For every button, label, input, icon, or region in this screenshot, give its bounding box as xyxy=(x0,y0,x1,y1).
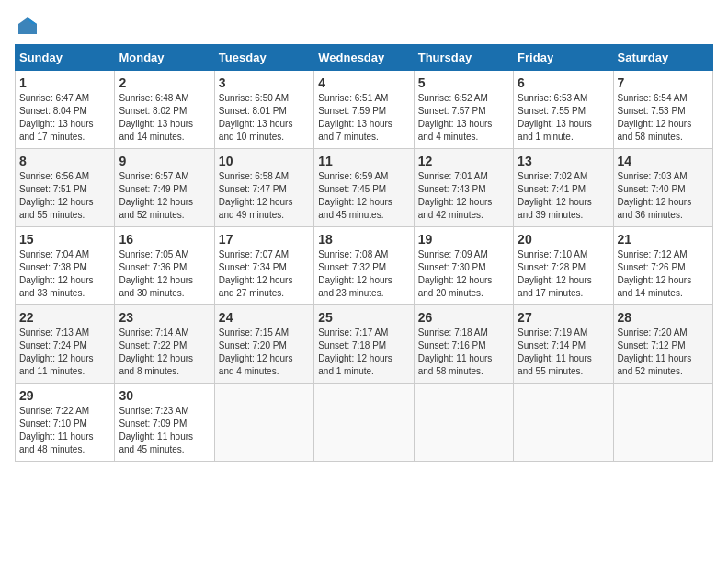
svg-marker-0 xyxy=(18,17,37,34)
day-info: Sunrise: 7:05 AMSunset: 7:36 PMDaylight:… xyxy=(119,248,210,300)
day-number: 7 xyxy=(618,75,709,90)
calendar-cell: 27Sunrise: 7:19 AMSunset: 7:14 PMDayligh… xyxy=(514,305,613,384)
day-number: 29 xyxy=(19,388,110,403)
day-info: Sunrise: 7:19 AMSunset: 7:14 PMDaylight:… xyxy=(518,327,609,378)
day-info: Sunrise: 6:47 AMSunset: 8:04 PMDaylight:… xyxy=(19,92,110,144)
day-info: Sunrise: 6:50 AMSunset: 8:01 PMDaylight:… xyxy=(219,92,310,144)
calendar-cell: 12Sunrise: 7:01 AMSunset: 7:43 PMDayligh… xyxy=(414,149,513,227)
day-number: 24 xyxy=(219,310,310,325)
day-info: Sunrise: 7:17 AMSunset: 7:18 PMDaylight:… xyxy=(318,327,409,378)
calendar-cell: 1Sunrise: 6:47 AMSunset: 8:04 PMDaylight… xyxy=(16,71,115,149)
day-number: 28 xyxy=(618,310,709,325)
day-info: Sunrise: 6:58 AMSunset: 7:47 PMDaylight:… xyxy=(219,170,310,222)
calendar-cell: 17Sunrise: 7:07 AMSunset: 7:34 PMDayligh… xyxy=(214,227,313,305)
header xyxy=(15,15,713,37)
day-info: Sunrise: 6:52 AMSunset: 7:57 PMDaylight:… xyxy=(418,92,509,144)
col-header-tuesday: Tuesday xyxy=(214,45,313,71)
day-number: 18 xyxy=(318,232,409,247)
day-number: 10 xyxy=(219,154,310,168)
calendar-cell: 26Sunrise: 7:18 AMSunset: 7:16 PMDayligh… xyxy=(414,305,513,384)
day-number: 21 xyxy=(618,232,709,247)
calendar-cell: 28Sunrise: 7:20 AMSunset: 7:12 PMDayligh… xyxy=(613,305,712,384)
day-number: 17 xyxy=(219,232,310,247)
day-info: Sunrise: 6:48 AMSunset: 8:02 PMDaylight:… xyxy=(119,92,210,144)
calendar-cell: 11Sunrise: 6:59 AMSunset: 7:45 PMDayligh… xyxy=(314,149,414,227)
day-info: Sunrise: 6:56 AMSunset: 7:51 PMDaylight:… xyxy=(19,170,110,222)
calendar-cell: 29Sunrise: 7:22 AMSunset: 7:10 PMDayligh… xyxy=(16,384,115,462)
day-number: 11 xyxy=(318,154,409,168)
day-number: 15 xyxy=(19,232,110,247)
col-header-sunday: Sunday xyxy=(16,45,115,71)
day-info: Sunrise: 7:23 AMSunset: 7:09 PMDaylight:… xyxy=(119,405,210,456)
day-number: 14 xyxy=(618,154,709,168)
day-info: Sunrise: 7:10 AMSunset: 7:28 PMDaylight:… xyxy=(518,248,609,300)
calendar-cell: 4Sunrise: 6:51 AMSunset: 7:59 PMDaylight… xyxy=(314,71,414,149)
calendar-table: SundayMondayTuesdayWednesdayThursdayFrid… xyxy=(15,44,713,462)
col-header-monday: Monday xyxy=(115,45,214,71)
day-info: Sunrise: 7:13 AMSunset: 7:24 PMDaylight:… xyxy=(19,327,110,378)
day-number: 25 xyxy=(318,310,409,325)
calendar-cell: 20Sunrise: 7:10 AMSunset: 7:28 PMDayligh… xyxy=(514,227,613,305)
day-info: Sunrise: 7:07 AMSunset: 7:34 PMDaylight:… xyxy=(219,248,310,300)
day-number: 3 xyxy=(219,75,310,90)
calendar-cell: 18Sunrise: 7:08 AMSunset: 7:32 PMDayligh… xyxy=(314,227,414,305)
col-header-saturday: Saturday xyxy=(613,45,712,71)
calendar-cell: 21Sunrise: 7:12 AMSunset: 7:26 PMDayligh… xyxy=(613,227,712,305)
day-info: Sunrise: 7:03 AMSunset: 7:40 PMDaylight:… xyxy=(618,170,709,222)
day-number: 13 xyxy=(518,154,609,168)
day-info: Sunrise: 7:20 AMSunset: 7:12 PMDaylight:… xyxy=(618,327,709,378)
day-info: Sunrise: 7:12 AMSunset: 7:26 PMDaylight:… xyxy=(618,248,709,300)
calendar-cell: 30Sunrise: 7:23 AMSunset: 7:09 PMDayligh… xyxy=(115,384,214,462)
calendar-cell: 8Sunrise: 6:56 AMSunset: 7:51 PMDaylight… xyxy=(16,149,115,227)
calendar-cell: 19Sunrise: 7:09 AMSunset: 7:30 PMDayligh… xyxy=(414,227,513,305)
day-info: Sunrise: 7:02 AMSunset: 7:41 PMDaylight:… xyxy=(518,170,609,222)
day-number: 9 xyxy=(119,154,210,168)
day-number: 19 xyxy=(418,232,509,247)
calendar-cell: 13Sunrise: 7:02 AMSunset: 7:41 PMDayligh… xyxy=(514,149,613,227)
day-number: 22 xyxy=(19,310,110,325)
day-info: Sunrise: 7:22 AMSunset: 7:10 PMDaylight:… xyxy=(19,405,110,456)
day-info: Sunrise: 6:53 AMSunset: 7:55 PMDaylight:… xyxy=(518,92,609,144)
calendar-cell: 10Sunrise: 6:58 AMSunset: 7:47 PMDayligh… xyxy=(214,149,313,227)
day-info: Sunrise: 7:15 AMSunset: 7:20 PMDaylight:… xyxy=(219,327,310,378)
calendar-cell xyxy=(514,384,613,462)
day-info: Sunrise: 7:18 AMSunset: 7:16 PMDaylight:… xyxy=(418,327,509,378)
day-info: Sunrise: 7:04 AMSunset: 7:38 PMDaylight:… xyxy=(19,248,110,300)
calendar-cell: 9Sunrise: 6:57 AMSunset: 7:49 PMDaylight… xyxy=(115,149,214,227)
day-info: Sunrise: 6:51 AMSunset: 7:59 PMDaylight:… xyxy=(318,92,409,144)
calendar-cell: 2Sunrise: 6:48 AMSunset: 8:02 PMDaylight… xyxy=(115,71,214,149)
day-info: Sunrise: 6:57 AMSunset: 7:49 PMDaylight:… xyxy=(119,170,210,222)
calendar-cell: 22Sunrise: 7:13 AMSunset: 7:24 PMDayligh… xyxy=(16,305,115,384)
calendar-cell xyxy=(613,384,712,462)
calendar-cell xyxy=(314,384,414,462)
day-number: 30 xyxy=(119,388,210,403)
day-number: 20 xyxy=(518,232,609,247)
calendar-cell: 24Sunrise: 7:15 AMSunset: 7:20 PMDayligh… xyxy=(214,305,313,384)
day-number: 16 xyxy=(119,232,210,247)
calendar-cell xyxy=(414,384,513,462)
calendar-cell: 15Sunrise: 7:04 AMSunset: 7:38 PMDayligh… xyxy=(16,227,115,305)
day-info: Sunrise: 7:08 AMSunset: 7:32 PMDaylight:… xyxy=(318,248,409,300)
day-number: 8 xyxy=(19,154,110,168)
calendar-cell: 6Sunrise: 6:53 AMSunset: 7:55 PMDaylight… xyxy=(514,71,613,149)
calendar-cell: 16Sunrise: 7:05 AMSunset: 7:36 PMDayligh… xyxy=(115,227,214,305)
logo xyxy=(15,15,39,37)
day-info: Sunrise: 6:59 AMSunset: 7:45 PMDaylight:… xyxy=(318,170,409,222)
day-number: 2 xyxy=(119,75,210,90)
calendar-cell: 5Sunrise: 6:52 AMSunset: 7:57 PMDaylight… xyxy=(414,71,513,149)
calendar-cell: 7Sunrise: 6:54 AMSunset: 7:53 PMDaylight… xyxy=(613,71,712,149)
calendar-cell: 25Sunrise: 7:17 AMSunset: 7:18 PMDayligh… xyxy=(314,305,414,384)
calendar-cell: 14Sunrise: 7:03 AMSunset: 7:40 PMDayligh… xyxy=(613,149,712,227)
day-info: Sunrise: 7:09 AMSunset: 7:30 PMDaylight:… xyxy=(418,248,509,300)
day-number: 5 xyxy=(418,75,509,90)
day-info: Sunrise: 7:14 AMSunset: 7:22 PMDaylight:… xyxy=(119,327,210,378)
col-header-thursday: Thursday xyxy=(414,45,513,71)
day-number: 23 xyxy=(119,310,210,325)
calendar-cell: 3Sunrise: 6:50 AMSunset: 8:01 PMDaylight… xyxy=(214,71,313,149)
day-number: 1 xyxy=(19,75,110,90)
day-number: 26 xyxy=(418,310,509,325)
calendar-cell: 23Sunrise: 7:14 AMSunset: 7:22 PMDayligh… xyxy=(115,305,214,384)
day-number: 27 xyxy=(518,310,609,325)
col-header-friday: Friday xyxy=(514,45,613,71)
day-info: Sunrise: 6:54 AMSunset: 7:53 PMDaylight:… xyxy=(618,92,709,144)
